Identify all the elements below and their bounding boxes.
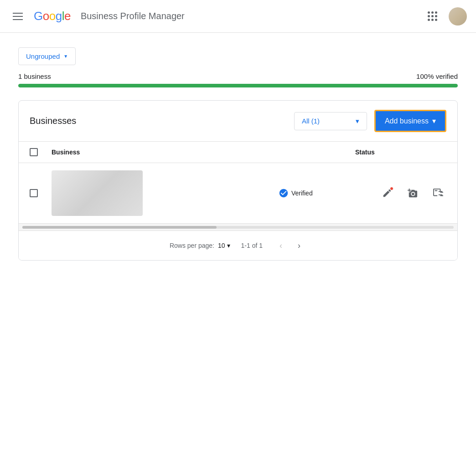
header: Google Business Profile Manager <box>0 0 476 33</box>
previous-page-button[interactable]: ‹ <box>274 238 288 253</box>
row-checkbox-col <box>30 189 52 197</box>
add-photo-icon <box>408 188 418 198</box>
col-business-header: Business <box>52 149 355 156</box>
all-dropdown[interactable]: All (1) ▾ <box>294 112 367 130</box>
table-header: Business Status <box>19 141 457 163</box>
all-dropdown-label: All (1) <box>302 117 320 125</box>
rows-per-page: Rows per page: 10 ▾ <box>170 242 230 249</box>
user-avatar[interactable] <box>449 7 467 26</box>
add-business-label: Add business <box>385 117 429 125</box>
add-photo-button[interactable] <box>404 185 421 201</box>
apps-grid-button[interactable] <box>423 7 441 26</box>
add-post-button[interactable] <box>430 185 446 201</box>
verified-badge: Verified <box>279 188 313 198</box>
status-col: Verified <box>279 188 370 198</box>
grid-dots-icon <box>428 11 437 21</box>
group-selector-dropdown[interactable]: Ungrouped ▼ <box>18 47 76 65</box>
row-checkbox[interactable] <box>30 189 38 197</box>
table-row: Verified <box>19 163 457 224</box>
edit-button[interactable] <box>379 185 395 201</box>
business-count: 1 business <box>18 72 51 80</box>
verified-icon <box>279 188 289 198</box>
actions-col <box>379 185 446 201</box>
app-title: Business Profile Manager <box>81 11 185 21</box>
rows-per-page-label: Rows per page: <box>170 242 214 249</box>
card-header: Businesses All (1) ▾ Add business ▾ <box>19 101 457 141</box>
chevron-down-icon: ▼ <box>63 54 68 59</box>
col-status-header: Status <box>355 149 446 156</box>
page-info: 1-1 of 1 <box>241 242 263 249</box>
select-all-checkbox[interactable] <box>30 148 38 156</box>
stats-row: 1 business 100% verified <box>18 72 458 80</box>
chevron-down-icon: ▾ <box>356 117 359 125</box>
add-post-icon <box>433 188 443 198</box>
select-all-checkbox-col <box>30 148 52 156</box>
header-right <box>423 7 467 26</box>
rows-per-page-select[interactable]: 10 ▾ <box>218 242 230 249</box>
pagination-footer: Rows per page: 10 ▾ 1-1 of 1 ‹ › <box>19 231 457 260</box>
businesses-card: Businesses All (1) ▾ Add business ▾ Busi… <box>18 100 458 261</box>
main-content: Ungrouped ▼ 1 business 100% verified Bus… <box>0 33 476 275</box>
add-business-button[interactable]: Add business ▾ <box>374 110 446 132</box>
verified-percent: 100% verified <box>416 72 458 80</box>
verification-progress-bar <box>18 84 458 87</box>
header-left: Google Business Profile Manager <box>9 9 185 24</box>
scrollbar-track <box>22 226 454 229</box>
chevron-down-icon: ▾ <box>432 117 436 125</box>
business-thumbnail <box>52 170 143 216</box>
verified-label: Verified <box>291 190 313 197</box>
notification-dot <box>390 187 393 190</box>
google-logo: Google <box>34 9 71 23</box>
horizontal-scrollbar[interactable] <box>19 224 457 231</box>
progress-bar-fill <box>18 84 458 87</box>
chevron-down-icon: ▾ <box>227 242 230 249</box>
rows-per-page-value: 10 <box>218 242 225 249</box>
group-selector-label: Ungrouped <box>26 52 60 60</box>
hamburger-menu-button[interactable] <box>9 9 26 24</box>
card-title: Businesses <box>30 116 76 126</box>
scrollbar-thumb <box>22 226 217 229</box>
next-page-button[interactable]: › <box>292 238 306 253</box>
page-nav: ‹ › <box>274 238 306 253</box>
